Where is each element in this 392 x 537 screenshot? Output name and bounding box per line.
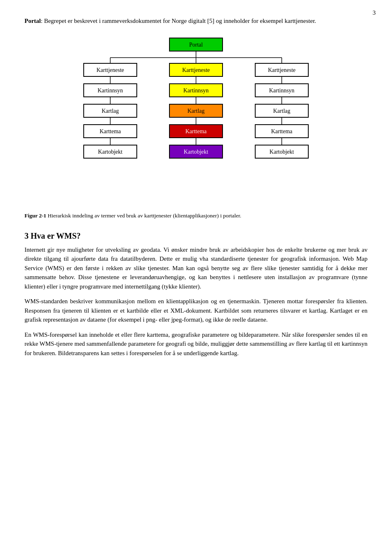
section3-paragraph2: WMS-standarden beskriver kommunikasjon m… — [24, 297, 368, 324]
svg-text:Karttjeneste: Karttjeneste — [96, 67, 124, 73]
figure-caption-text: Hierarkisk inndeling av termer ved bruk … — [46, 213, 241, 219]
svg-text:Kartobjekt: Kartobjekt — [184, 149, 208, 155]
svg-text:Karttjeneste: Karttjeneste — [182, 67, 210, 73]
intro-text: : Begrepet er beskrevet i rammeverksdoku… — [41, 18, 316, 24]
hierarchy-diagram: Portal Karttjeneste Karttjeneste Karttje… — [24, 34, 368, 210]
svg-text:Portal: Portal — [189, 42, 203, 48]
svg-text:Kartinnsyn: Kartinnsyn — [183, 87, 209, 94]
section3-paragraph1: Internett gir nye muligheter for utveksl… — [24, 245, 368, 291]
intro-paragraph: Portal: Begrepet er beskrevet i rammever… — [24, 16, 368, 26]
diagram-svg: Portal Karttjeneste Karttjeneste Karttje… — [69, 34, 323, 210]
svg-text:Karttema: Karttema — [100, 128, 121, 134]
svg-text:Kartobjekt: Kartobjekt — [270, 149, 294, 155]
svg-text:Karttema: Karttema — [185, 128, 207, 134]
svg-text:Kartlag: Kartlag — [273, 108, 290, 114]
svg-text:Kartobjekt: Kartobjekt — [98, 149, 122, 155]
svg-text:Karttjeneste: Karttjeneste — [268, 67, 296, 73]
svg-text:Kartinnsyn: Kartinnsyn — [98, 87, 123, 94]
section3-paragraph3: En WMS-forespørsel kan inneholde et elle… — [24, 330, 368, 358]
page-number: 3 — [373, 8, 376, 18]
svg-text:Kartlag: Kartlag — [102, 108, 119, 114]
section3-heading: 3 Hva er WMS? — [24, 230, 368, 242]
portal-bold: Portal — [24, 18, 41, 24]
svg-text:Kartlag: Kartlag — [187, 108, 205, 114]
figure-label: Figur 2-1 — [24, 213, 46, 219]
svg-text:Kartinnsyn: Kartinnsyn — [269, 87, 294, 94]
svg-text:Karttema: Karttema — [271, 128, 293, 134]
figure-caption: Figur 2-1 Hierarkisk inndeling av termer… — [24, 212, 368, 220]
